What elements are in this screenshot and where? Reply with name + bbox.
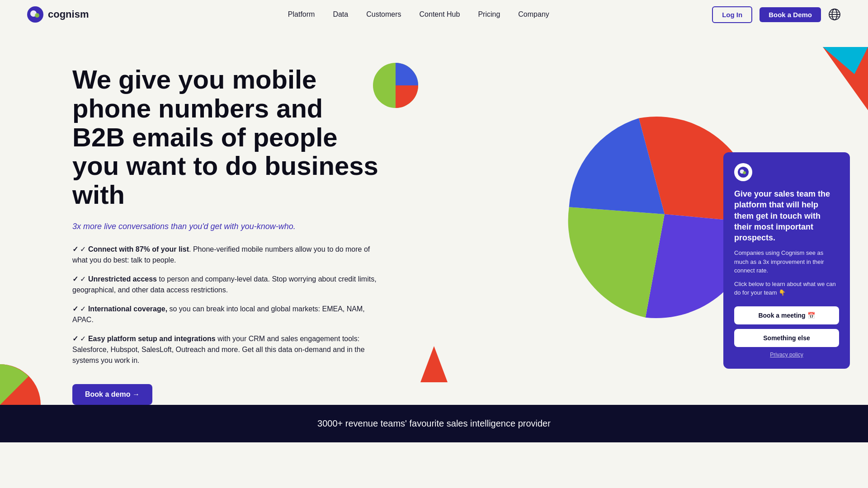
login-button[interactable]: Log In [712,6,752,23]
nav-item-content-hub[interactable]: Content Hub [420,10,460,19]
nav-item-company[interactable]: Company [518,10,549,19]
logo-icon [27,6,43,23]
hero-features-list: ✓ Connect with 87% of your list. Phone-v… [72,244,380,366]
pie-decoration-right-top [796,47,868,110]
hero-cta-button[interactable]: Book a demo → [72,384,152,405]
book-demo-button[interactable]: Book a Demo [760,7,821,22]
pie-decoration-left-bottom [0,342,45,405]
nav-actions: Log In Book a Demo [712,6,841,23]
logo[interactable]: cognism [27,6,89,23]
svg-point-16 [743,171,746,174]
chat-widget-icon [738,167,749,178]
chat-widget-title: Give your sales team the platform that w… [734,188,839,243]
hero-title: We give you mobile phone numbers and B2B… [72,65,380,209]
nav-item-data[interactable]: Data [333,10,348,19]
svg-marker-13 [420,346,448,382]
chat-widget-body: Companies using Cognism see as much as a… [734,249,839,275]
chat-widget-cta-text: Click below to learn about what we can d… [734,280,839,297]
nav-item-customers[interactable]: Customers [366,10,401,19]
hero-subtitle: 3x more live conversations than you'd ge… [72,222,380,231]
feature-item-3: ✓ International coverage, so you can bre… [72,304,380,325]
chat-widget: Give your sales team the platform that w… [723,152,850,369]
svg-point-2 [35,13,39,18]
footer-text: 3000+ revenue teams' favourite sales int… [317,418,551,428]
chat-widget-logo [734,163,752,181]
globe-icon[interactable] [828,8,841,21]
nav-item-pricing[interactable]: Pricing [478,10,500,19]
chat-something-else-button[interactable]: Something else [734,329,839,347]
feature-item-4: ✓ Easy platform setup and integrations w… [72,333,380,366]
chat-book-meeting-button[interactable]: Book a meeting 📅 [734,306,839,324]
nav-item-platform[interactable]: Platform [288,10,315,19]
hero-section: We give you mobile phone numbers and B2B… [0,29,868,405]
navbar: cognism Platform Data Customers Content … [0,0,868,29]
feature-item-2: ✓ Unrestricted access to person and comp… [72,274,380,296]
hero-content: We give you mobile phone numbers and B2B… [72,56,380,405]
footer-bar: 3000+ revenue teams' favourite sales int… [0,405,868,442]
chat-privacy-link[interactable]: Privacy policy [734,352,839,358]
bottom-accent-shape [420,346,448,382]
feature-item-1: ✓ Connect with 87% of your list. Phone-v… [72,244,380,266]
nav-links: Platform Data Customers Content Hub Pric… [125,10,712,19]
logo-text: cognism [48,9,89,20]
